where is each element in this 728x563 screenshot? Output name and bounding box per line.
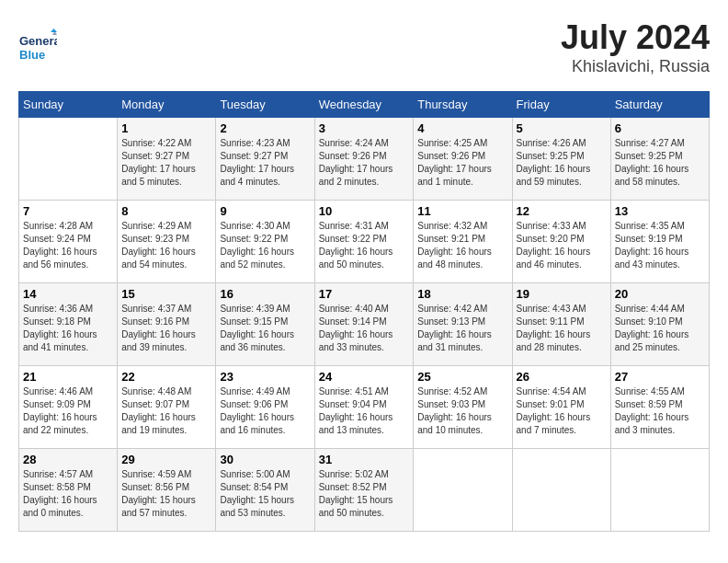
calendar-cell: 23Sunrise: 4:49 AM Sunset: 9:06 PM Dayli… — [216, 366, 314, 449]
day-info: Sunrise: 4:42 AM Sunset: 9:13 PM Dayligh… — [417, 303, 507, 354]
day-number: 3 — [319, 121, 410, 135]
calendar-cell: 5Sunrise: 4:26 AM Sunset: 9:25 PM Daylig… — [512, 118, 610, 201]
calendar-cell: 4Sunrise: 4:25 AM Sunset: 9:26 PM Daylig… — [414, 118, 512, 201]
day-number: 28 — [23, 453, 113, 466]
calendar-cell — [610, 449, 709, 532]
day-info: Sunrise: 5:02 AM Sunset: 8:52 PM Dayligh… — [319, 468, 410, 520]
day-number: 10 — [319, 204, 410, 218]
calendar-cell: 6Sunrise: 4:27 AM Sunset: 9:25 PM Daylig… — [610, 118, 709, 201]
calendar-cell: 14Sunrise: 4:36 AM Sunset: 9:18 PM Dayli… — [19, 283, 118, 366]
day-info: Sunrise: 4:55 AM Sunset: 8:59 PM Dayligh… — [615, 385, 705, 437]
day-info: Sunrise: 4:33 AM Sunset: 9:20 PM Dayligh… — [517, 220, 607, 271]
weekday-header: Saturday — [610, 92, 709, 118]
day-number: 14 — [23, 287, 113, 301]
day-info: Sunrise: 4:36 AM Sunset: 9:18 PM Dayligh… — [23, 303, 113, 354]
weekday-header: Friday — [512, 92, 610, 118]
calendar-cell: 16Sunrise: 4:39 AM Sunset: 9:15 PM Dayli… — [216, 283, 314, 366]
day-number: 9 — [220, 204, 310, 218]
day-number: 20 — [615, 287, 705, 301]
day-number: 15 — [121, 287, 211, 301]
calendar-cell: 2Sunrise: 4:23 AM Sunset: 9:27 PM Daylig… — [216, 118, 314, 201]
day-number: 13 — [615, 204, 705, 218]
svg-text:Blue: Blue — [19, 48, 45, 62]
day-number: 25 — [417, 370, 507, 384]
day-number: 12 — [517, 204, 607, 218]
calendar-cell: 30Sunrise: 5:00 AM Sunset: 8:54 PM Dayli… — [216, 449, 314, 532]
day-info: Sunrise: 4:39 AM Sunset: 9:15 PM Dayligh… — [220, 303, 310, 354]
day-info: Sunrise: 5:00 AM Sunset: 8:54 PM Dayligh… — [220, 468, 310, 520]
day-info: Sunrise: 4:28 AM Sunset: 9:24 PM Dayligh… — [23, 220, 113, 271]
day-info: Sunrise: 4:37 AM Sunset: 9:16 PM Dayligh… — [121, 303, 211, 354]
day-info: Sunrise: 4:51 AM Sunset: 9:04 PM Dayligh… — [319, 385, 410, 437]
calendar-cell: 18Sunrise: 4:42 AM Sunset: 9:13 PM Dayli… — [414, 283, 512, 366]
weekday-header: Monday — [118, 92, 216, 118]
day-number: 16 — [220, 287, 310, 301]
logo: General Blue — [18, 29, 57, 67]
calendar-week-row: 7Sunrise: 4:28 AM Sunset: 9:24 PM Daylig… — [19, 201, 710, 283]
calendar-cell: 25Sunrise: 4:52 AM Sunset: 9:03 PM Dayli… — [414, 366, 512, 449]
logo-container: General Blue — [18, 29, 57, 67]
day-number: 18 — [417, 287, 507, 301]
calendar-cell: 12Sunrise: 4:33 AM Sunset: 9:20 PM Dayli… — [512, 201, 610, 283]
day-number: 19 — [517, 287, 607, 301]
calendar-week-row: 14Sunrise: 4:36 AM Sunset: 9:18 PM Dayli… — [19, 283, 710, 366]
calendar-cell: 7Sunrise: 4:28 AM Sunset: 9:24 PM Daylig… — [19, 201, 118, 283]
calendar-cell: 1Sunrise: 4:22 AM Sunset: 9:27 PM Daylig… — [118, 118, 216, 201]
calendar-cell: 17Sunrise: 4:40 AM Sunset: 9:14 PM Dayli… — [314, 283, 414, 366]
calendar-cell: 20Sunrise: 4:44 AM Sunset: 9:10 PM Dayli… — [610, 283, 709, 366]
weekday-header: Sunday — [19, 92, 118, 118]
day-number: 26 — [517, 370, 607, 384]
day-info: Sunrise: 4:32 AM Sunset: 9:21 PM Dayligh… — [417, 220, 507, 271]
calendar-cell: 15Sunrise: 4:37 AM Sunset: 9:16 PM Dayli… — [118, 283, 216, 366]
day-info: Sunrise: 4:29 AM Sunset: 9:23 PM Dayligh… — [121, 220, 211, 271]
day-number: 4 — [417, 121, 507, 135]
day-number: 31 — [319, 453, 410, 466]
day-info: Sunrise: 4:31 AM Sunset: 9:22 PM Dayligh… — [319, 220, 410, 271]
day-number: 22 — [121, 370, 211, 384]
weekday-header: Wednesday — [314, 92, 414, 118]
header-row: SundayMondayTuesdayWednesdayThursdayFrid… — [19, 92, 710, 118]
calendar-cell: 29Sunrise: 4:59 AM Sunset: 8:56 PM Dayli… — [118, 449, 216, 532]
day-number: 24 — [319, 370, 410, 384]
calendar-cell — [19, 118, 118, 201]
day-number: 27 — [615, 370, 705, 384]
day-number: 5 — [517, 121, 607, 135]
weekday-header: Thursday — [414, 92, 512, 118]
day-info: Sunrise: 4:57 AM Sunset: 8:58 PM Dayligh… — [23, 468, 113, 520]
svg-text:General: General — [19, 34, 57, 48]
calendar-cell: 9Sunrise: 4:30 AM Sunset: 9:22 PM Daylig… — [216, 201, 314, 283]
day-info: Sunrise: 4:35 AM Sunset: 9:19 PM Dayligh… — [615, 220, 705, 271]
day-number: 8 — [121, 204, 211, 218]
day-info: Sunrise: 4:24 AM Sunset: 9:26 PM Dayligh… — [319, 137, 410, 189]
calendar-cell: 22Sunrise: 4:48 AM Sunset: 9:07 PM Dayli… — [118, 366, 216, 449]
day-info: Sunrise: 4:25 AM Sunset: 9:26 PM Dayligh… — [417, 137, 507, 189]
day-number: 23 — [220, 370, 310, 384]
day-info: Sunrise: 4:54 AM Sunset: 9:01 PM Dayligh… — [517, 385, 607, 437]
day-info: Sunrise: 4:40 AM Sunset: 9:14 PM Dayligh… — [319, 303, 410, 354]
calendar-cell — [512, 449, 610, 532]
day-info: Sunrise: 4:23 AM Sunset: 9:27 PM Dayligh… — [220, 137, 310, 189]
day-info: Sunrise: 4:52 AM Sunset: 9:03 PM Dayligh… — [417, 385, 507, 437]
day-info: Sunrise: 4:48 AM Sunset: 9:07 PM Dayligh… — [121, 385, 211, 437]
day-number: 21 — [23, 370, 113, 384]
day-number: 7 — [23, 204, 113, 218]
day-info: Sunrise: 4:43 AM Sunset: 9:11 PM Dayligh… — [517, 303, 607, 354]
page-header: General Blue July 2024 Khislavichi, Russ… — [18, 18, 710, 76]
day-number: 29 — [121, 453, 211, 466]
day-info: Sunrise: 4:49 AM Sunset: 9:06 PM Dayligh… — [220, 385, 310, 437]
calendar-cell: 13Sunrise: 4:35 AM Sunset: 9:19 PM Dayli… — [610, 201, 709, 283]
month-title: July 2024 — [561, 18, 710, 57]
day-info: Sunrise: 4:22 AM Sunset: 9:27 PM Dayligh… — [121, 137, 211, 189]
calendar-cell: 26Sunrise: 4:54 AM Sunset: 9:01 PM Dayli… — [512, 366, 610, 449]
day-number: 6 — [615, 121, 705, 135]
day-number: 30 — [220, 453, 310, 466]
day-info: Sunrise: 4:30 AM Sunset: 9:22 PM Dayligh… — [220, 220, 310, 271]
calendar-cell: 11Sunrise: 4:32 AM Sunset: 9:21 PM Dayli… — [414, 201, 512, 283]
day-number: 11 — [417, 204, 507, 218]
calendar-cell: 28Sunrise: 4:57 AM Sunset: 8:58 PM Dayli… — [19, 449, 118, 532]
location-title: Khislavichi, Russia — [561, 57, 710, 76]
logo-graphic: General Blue — [18, 29, 57, 67]
calendar-cell: 24Sunrise: 4:51 AM Sunset: 9:04 PM Dayli… — [314, 366, 414, 449]
day-info: Sunrise: 4:46 AM Sunset: 9:09 PM Dayligh… — [23, 385, 113, 437]
calendar-cell: 31Sunrise: 5:02 AM Sunset: 8:52 PM Dayli… — [314, 449, 414, 532]
